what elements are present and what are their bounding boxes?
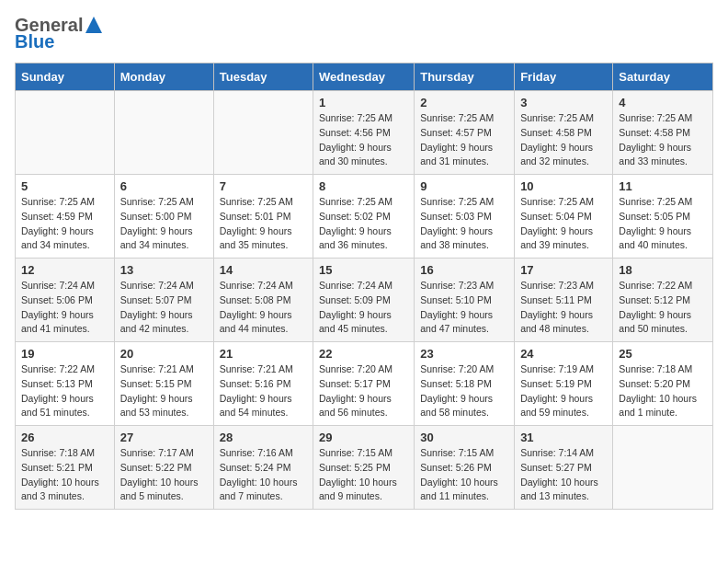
calendar-table: SundayMondayTuesdayWednesdayThursdayFrid… <box>15 63 713 510</box>
day-info: Sunrise: 7:18 AMSunset: 5:21 PMDaylight:… <box>21 446 108 504</box>
calendar-day-cell: 12Sunrise: 7:24 AMSunset: 5:06 PMDayligh… <box>16 259 115 342</box>
logo: General Blue <box>15 15 103 52</box>
day-number: 4 <box>619 96 707 109</box>
day-info: Sunrise: 7:21 AMSunset: 5:16 PMDaylight:… <box>220 362 307 420</box>
day-number: 14 <box>220 263 307 277</box>
calendar-day-cell: 20Sunrise: 7:21 AMSunset: 5:15 PMDayligh… <box>114 342 213 426</box>
day-info: Sunrise: 7:16 AMSunset: 5:24 PMDaylight:… <box>220 446 307 504</box>
day-number: 16 <box>420 263 508 277</box>
calendar-day-cell: 9Sunrise: 7:25 AMSunset: 5:03 PMDaylight… <box>415 175 515 259</box>
day-of-week-header: Thursday <box>415 63 515 91</box>
day-info: Sunrise: 7:18 AMSunset: 5:20 PMDaylight:… <box>619 362 707 420</box>
day-info: Sunrise: 7:25 AMSunset: 5:04 PMDaylight:… <box>520 195 607 253</box>
calendar-day-cell: 8Sunrise: 7:25 AMSunset: 5:02 PMDaylight… <box>313 175 415 259</box>
day-info: Sunrise: 7:25 AMSunset: 4:56 PMDaylight:… <box>319 111 408 169</box>
calendar-day-cell <box>114 91 213 175</box>
calendar-day-cell: 7Sunrise: 7:25 AMSunset: 5:01 PMDaylight… <box>213 175 313 259</box>
day-number: 11 <box>619 179 707 193</box>
day-info: Sunrise: 7:15 AMSunset: 5:26 PMDaylight:… <box>420 446 508 504</box>
day-of-week-header: Sunday <box>16 63 115 91</box>
day-number: 29 <box>319 431 408 444</box>
day-of-week-header: Saturday <box>613 63 713 91</box>
day-number: 27 <box>120 431 208 444</box>
day-of-week-header: Tuesday <box>213 63 313 91</box>
calendar-day-cell: 6Sunrise: 7:25 AMSunset: 5:00 PMDaylight… <box>114 175 213 259</box>
calendar-header-row: SundayMondayTuesdayWednesdayThursdayFrid… <box>16 63 713 91</box>
day-info: Sunrise: 7:24 AMSunset: 5:07 PMDaylight:… <box>120 279 208 337</box>
logo-blue: Blue <box>15 31 54 52</box>
calendar-day-cell: 4Sunrise: 7:25 AMSunset: 4:58 PMDaylight… <box>613 91 713 175</box>
calendar-day-cell: 16Sunrise: 7:23 AMSunset: 5:10 PMDayligh… <box>415 259 515 342</box>
day-number: 28 <box>220 431 307 444</box>
calendar-day-cell: 3Sunrise: 7:25 AMSunset: 4:58 PMDaylight… <box>515 91 613 175</box>
svg-marker-0 <box>85 17 102 33</box>
calendar-day-cell: 17Sunrise: 7:23 AMSunset: 5:11 PMDayligh… <box>515 259 613 342</box>
calendar-day-cell <box>213 91 313 175</box>
calendar-day-cell: 21Sunrise: 7:21 AMSunset: 5:16 PMDayligh… <box>213 342 313 426</box>
calendar-day-cell: 19Sunrise: 7:22 AMSunset: 5:13 PMDayligh… <box>16 342 115 426</box>
day-of-week-header: Friday <box>515 63 613 91</box>
calendar-day-cell: 31Sunrise: 7:14 AMSunset: 5:27 PMDayligh… <box>515 426 613 510</box>
day-info: Sunrise: 7:22 AMSunset: 5:13 PMDaylight:… <box>21 362 108 420</box>
calendar-day-cell: 26Sunrise: 7:18 AMSunset: 5:21 PMDayligh… <box>16 426 115 510</box>
calendar-day-cell: 28Sunrise: 7:16 AMSunset: 5:24 PMDayligh… <box>213 426 313 510</box>
day-info: Sunrise: 7:20 AMSunset: 5:17 PMDaylight:… <box>319 362 408 420</box>
day-info: Sunrise: 7:17 AMSunset: 5:22 PMDaylight:… <box>120 446 208 504</box>
calendar-day-cell <box>613 426 713 510</box>
calendar-week-row: 12Sunrise: 7:24 AMSunset: 5:06 PMDayligh… <box>16 259 713 342</box>
calendar-day-cell: 29Sunrise: 7:15 AMSunset: 5:25 PMDayligh… <box>313 426 415 510</box>
day-number: 6 <box>120 179 208 193</box>
day-number: 3 <box>520 96 607 109</box>
calendar-day-cell: 5Sunrise: 7:25 AMSunset: 4:59 PMDaylight… <box>16 175 115 259</box>
calendar-week-row: 5Sunrise: 7:25 AMSunset: 4:59 PMDaylight… <box>16 175 713 259</box>
day-number: 7 <box>220 179 307 193</box>
day-number: 30 <box>420 431 508 444</box>
logo-triangle-icon <box>85 16 103 34</box>
day-info: Sunrise: 7:24 AMSunset: 5:08 PMDaylight:… <box>220 279 307 337</box>
calendar-day-cell: 1Sunrise: 7:25 AMSunset: 4:56 PMDaylight… <box>313 91 415 175</box>
day-info: Sunrise: 7:20 AMSunset: 5:18 PMDaylight:… <box>420 362 508 420</box>
day-number: 24 <box>520 347 607 361</box>
calendar-day-cell: 10Sunrise: 7:25 AMSunset: 5:04 PMDayligh… <box>515 175 613 259</box>
day-number: 21 <box>220 347 307 361</box>
day-info: Sunrise: 7:25 AMSunset: 5:01 PMDaylight:… <box>220 195 307 253</box>
day-number: 17 <box>520 263 607 277</box>
calendar-day-cell: 22Sunrise: 7:20 AMSunset: 5:17 PMDayligh… <box>313 342 415 426</box>
day-info: Sunrise: 7:25 AMSunset: 5:03 PMDaylight:… <box>420 195 508 253</box>
calendar-day-cell: 25Sunrise: 7:18 AMSunset: 5:20 PMDayligh… <box>613 342 713 426</box>
day-info: Sunrise: 7:24 AMSunset: 5:09 PMDaylight:… <box>319 279 408 337</box>
day-of-week-header: Monday <box>114 63 213 91</box>
calendar-day-cell: 23Sunrise: 7:20 AMSunset: 5:18 PMDayligh… <box>415 342 515 426</box>
calendar-day-cell: 11Sunrise: 7:25 AMSunset: 5:05 PMDayligh… <box>613 175 713 259</box>
day-number: 9 <box>420 179 508 193</box>
calendar-day-cell <box>16 91 115 175</box>
day-number: 15 <box>319 263 408 277</box>
calendar-day-cell: 2Sunrise: 7:25 AMSunset: 4:57 PMDaylight… <box>415 91 515 175</box>
day-info: Sunrise: 7:24 AMSunset: 5:06 PMDaylight:… <box>21 279 108 337</box>
calendar-day-cell: 18Sunrise: 7:22 AMSunset: 5:12 PMDayligh… <box>613 259 713 342</box>
day-info: Sunrise: 7:25 AMSunset: 4:58 PMDaylight:… <box>619 111 707 169</box>
day-info: Sunrise: 7:14 AMSunset: 5:27 PMDaylight:… <box>520 446 607 504</box>
day-number: 25 <box>619 347 707 361</box>
day-number: 12 <box>21 263 108 277</box>
day-info: Sunrise: 7:25 AMSunset: 4:58 PMDaylight:… <box>520 111 607 169</box>
calendar-day-cell: 14Sunrise: 7:24 AMSunset: 5:08 PMDayligh… <box>213 259 313 342</box>
calendar-day-cell: 27Sunrise: 7:17 AMSunset: 5:22 PMDayligh… <box>114 426 213 510</box>
day-number: 1 <box>319 96 408 109</box>
day-number: 26 <box>21 431 108 444</box>
day-number: 13 <box>120 263 208 277</box>
calendar-day-cell: 24Sunrise: 7:19 AMSunset: 5:19 PMDayligh… <box>515 342 613 426</box>
day-info: Sunrise: 7:23 AMSunset: 5:11 PMDaylight:… <box>520 279 607 337</box>
day-info: Sunrise: 7:25 AMSunset: 4:59 PMDaylight:… <box>21 195 108 253</box>
calendar-day-cell: 13Sunrise: 7:24 AMSunset: 5:07 PMDayligh… <box>114 259 213 342</box>
day-number: 31 <box>520 431 607 444</box>
day-of-week-header: Wednesday <box>313 63 415 91</box>
day-info: Sunrise: 7:21 AMSunset: 5:15 PMDaylight:… <box>120 362 208 420</box>
day-number: 8 <box>319 179 408 193</box>
day-number: 18 <box>619 263 707 277</box>
day-number: 2 <box>420 96 508 109</box>
calendar-day-cell: 15Sunrise: 7:24 AMSunset: 5:09 PMDayligh… <box>313 259 415 342</box>
day-number: 5 <box>21 179 108 193</box>
day-number: 19 <box>21 347 108 361</box>
calendar-week-row: 26Sunrise: 7:18 AMSunset: 5:21 PMDayligh… <box>16 426 713 510</box>
